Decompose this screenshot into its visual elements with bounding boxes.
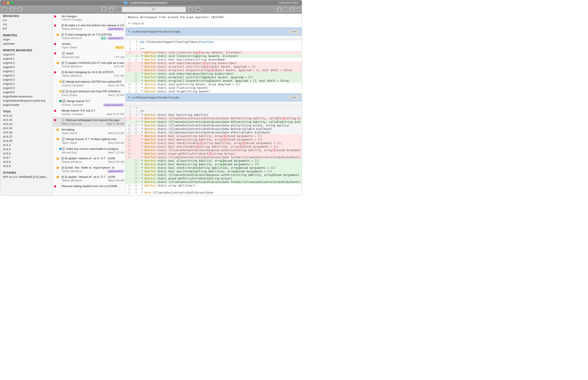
commit-row[interactable]: 6Remove whitespace from around the pipeM…	[53, 117, 125, 127]
sidebar-item[interactable]: v5.6.5	[0, 147, 53, 151]
diff-line[interactable]: 17 * @method static \Illuminate\Auth\Acc…	[125, 149, 302, 152]
sidebar-item[interactable]: origin/4.1	[0, 57, 53, 61]
diff-line[interactable]: 1111 * @method static \Illuminate\Contra…	[125, 127, 302, 131]
collapse-all-button[interactable]: ▼Collapse all	[125, 20, 302, 27]
sidebar-item[interactable]: 5.4	[0, 18, 53, 22]
pull-button[interactable]	[108, 7, 115, 12]
commit-row[interactable]: 2Merge branch '5.7' of https://github.co…	[53, 136, 125, 146]
sidebar-item[interactable]: origin/5.6	[0, 90, 53, 94]
diff-line[interactable]: 1515 * @method static void flush(string …	[125, 86, 302, 90]
diff-line[interactable]: 11 * @method static void subscribe(objec…	[125, 72, 302, 76]
ref-tag[interactable]: upstream/5.7	[107, 37, 124, 40]
sidebar-item[interactable]: origin/4.0	[0, 52, 53, 57]
diff-line[interactable]: 88 * @method static bool has(string $abi…	[125, 113, 302, 117]
sidebar-item[interactable]: origin/master	[0, 103, 53, 107]
diff-line[interactable]: 13 * @method static array|null dispatch(…	[125, 69, 302, 72]
minimize-icon[interactable]	[7, 1, 9, 4]
commit-row[interactable]: [5.6] Add changelog for v5.6.36 (#25707)…	[53, 70, 125, 79]
terminal-icon[interactable]	[116, 7, 122, 12]
zoom-icon[interactable]	[11, 1, 13, 4]
commit-row[interactable]: 12Merge branch '5.7'Graham Campbellupstr…	[53, 98, 125, 108]
diff-line[interactable]: 12 * @method static array|null until(str…	[125, 65, 302, 69]
ref-tag[interactable]: v5.7.5	[115, 46, 124, 49]
diff-line[interactable]: 2020 * @method static array abilities()	[125, 184, 302, 187]
diff-line[interactable]: 1616 * @method static void forget(string…	[125, 90, 302, 93]
diff-line[interactable]: 17 * @method static \Illuminate\Auth\Acc…	[125, 173, 302, 177]
diff-line[interactable]: 1010 * @method static \Illuminate\Contra…	[125, 124, 302, 127]
sidebar-item[interactable]: v5.6.37	[0, 134, 53, 139]
diff-line[interactable]: 9 * @method static \Illuminate\Contracts…	[125, 117, 302, 120]
sidebar-item[interactable]: v5.6.9	[0, 164, 53, 168]
commit-row[interactable]: 6Merge pull request #25705 from pahan35/…	[53, 79, 125, 89]
diff-line[interactable]: 13 * @method static array|null dispatch(…	[125, 79, 302, 83]
sidebar-item[interactable]: origin/feature/eloquent-cache-key	[0, 98, 53, 103]
diff-line[interactable]: 13 * @method static bool allows(string $…	[125, 134, 302, 138]
diff-line[interactable]: 77/**	[125, 110, 302, 113]
diff-line[interactable]: 19 * @method static \Illuminate\Contract…	[125, 155, 302, 159]
sidebar-item[interactable]: v5.6.8	[0, 160, 53, 164]
sidebar-item[interactable]: v5.6.35	[0, 126, 53, 130]
ref-tag[interactable]: upstream/master	[103, 103, 124, 107]
sidebar-item[interactable]: origin/5.4	[0, 82, 53, 86]
more-button[interactable]: •••	[195, 7, 201, 12]
diff-line[interactable]: 18 * @method static mixed getPolicyFor(o…	[125, 177, 302, 180]
diff-line[interactable]: 2222 * @see \Illuminate\Contracts\Auth\A…	[125, 191, 302, 194]
commit-row[interactable]: 6[5.6] port Windows test fixes PR #25646…	[53, 89, 125, 98]
sidebar-item[interactable]: 5.6	[0, 22, 53, 26]
sidebar-item[interactable]: v5.6.38	[0, 139, 53, 143]
diff-line[interactable]: 18 * @method static mixed getPolicyFor(o…	[125, 152, 302, 155]
file-header[interactable]: ▼src/Illuminate/Support/Facades/Gate.php…	[125, 93, 302, 102]
file-header[interactable]: ▼src/Illuminate/Support/Facades/Event.ph…	[125, 27, 302, 36]
sort-up-menu[interactable]: ▾	[296, 7, 300, 12]
diff-line[interactable]: 1414 * @method static void push(string $…	[125, 83, 302, 86]
branch-search-input[interactable]	[122, 7, 186, 12]
ref-tag[interactable]: upstream/5.6	[107, 27, 124, 31]
sidebar-item[interactable]: origin	[0, 37, 53, 41]
diff-line[interactable]: 16 * @method static bool any(iterable|st…	[125, 170, 302, 173]
sidebar-item[interactable]: origin/blade-extensions	[0, 94, 53, 98]
commit-row[interactable]: Merge branch '5.6' into 5.7Graham Campbe…	[53, 108, 125, 117]
ref-tag[interactable]: upstream/5.5	[107, 170, 124, 173]
sort-up-button[interactable]	[289, 7, 295, 12]
sidebar-item[interactable]: origin/5.0	[0, 65, 53, 69]
file-actions-button[interactable]: •••	[289, 95, 300, 100]
diff-line[interactable]: 9 * @method static \Illuminate\Contracts…	[125, 120, 302, 124]
sidebar-item[interactable]: origin/5.1	[0, 69, 53, 73]
diff-line[interactable]: 66	[125, 106, 302, 110]
commit-row[interactable]: [5.7] Add changelog for v5.7.5 (#25720)T…	[53, 32, 125, 41]
commit-row[interactable]: [5.5] update `release.sh` as in `5.7`. (…	[53, 174, 125, 184]
sidebar-item[interactable]: origin/4.2	[0, 61, 53, 65]
commit-row[interactable]: [5.6] update `release.sh` as in `5.7`. (…	[53, 156, 125, 165]
sidebar-item[interactable]: v5.6.6	[0, 151, 53, 155]
ref-tag[interactable]: 5.7	[100, 37, 107, 40]
diff-line[interactable]: 88/**	[125, 47, 302, 51]
file-actions-button[interactable]: •••	[289, 29, 300, 34]
sidebar-item[interactable]: v5.6.7	[0, 155, 53, 160]
sidebar-item[interactable]: origin/5.5	[0, 86, 53, 90]
diff-line[interactable]: 77	[125, 44, 302, 47]
diff-line[interactable]: 16 * @method static bool any(iterable | …	[125, 145, 302, 149]
diff-line[interactable]: 1212 * @method static \Illuminate\Contra…	[125, 131, 302, 134]
diff-line[interactable]: 19 * @method static \Illuminate\Contract…	[125, 180, 302, 184]
diff-line[interactable]: 11 * @method static void subscribe(objec…	[125, 61, 302, 65]
sidebar-item[interactable]: upstream	[0, 41, 53, 46]
commit-row[interactable]: No changesCommit Changes	[53, 14, 125, 23]
diff-line[interactable]: 14 * @method static bool denies(string $…	[125, 138, 302, 141]
back-button[interactable]	[9, 7, 15, 12]
commit-row[interactable]: 4revertMohamed Said7:07 AM	[53, 51, 125, 60]
forward-button[interactable]	[17, 7, 23, 12]
sidebar-item[interactable]: v5.6.4	[0, 143, 53, 147]
diff-line[interactable]: 15 * @method static bool check(iterable …	[125, 141, 302, 145]
sort-down-button[interactable]	[276, 7, 282, 12]
sidebar-toggle-button[interactable]	[1, 7, 8, 12]
sidebar-item[interactable]: v5.6.32	[0, 114, 53, 118]
commit-row[interactable]: [5.6] make a 2 new line before new relea…	[53, 23, 125, 32]
sidebar-item[interactable]: 5.7	[0, 26, 53, 31]
diff-line[interactable]: 13 * @method static bool allows(string $…	[125, 159, 302, 163]
diff-line[interactable]: 66use Illuminate\Support\Testing\Fakes\E…	[125, 40, 302, 44]
sidebar-item[interactable]: v5.6.33	[0, 118, 53, 122]
search-button[interactable]	[187, 7, 194, 12]
diff-line[interactable]: 9 * @method static void listen(string | …	[125, 51, 302, 54]
sidebar-item[interactable]: origin/5.2	[0, 73, 53, 77]
close-icon[interactable]	[3, 1, 5, 4]
